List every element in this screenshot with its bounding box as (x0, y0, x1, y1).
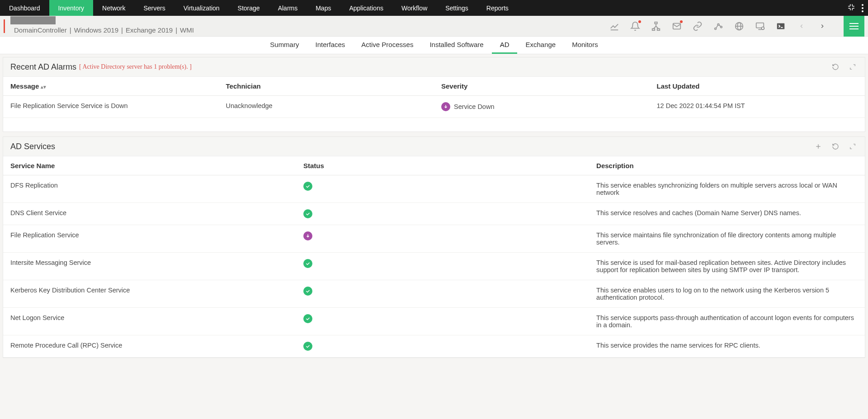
cell-description: This service resolves and caches (Domain… (589, 203, 865, 225)
monitor-disabled-icon[interactable] (755, 21, 765, 31)
status-ok-icon (303, 342, 312, 351)
top-nav: DashboardInventoryNetworkServersVirtuali… (0, 0, 868, 16)
svg-point-8 (715, 28, 717, 29)
more-menu-icon[interactable] (862, 4, 863, 12)
table-row[interactable]: File Replication Service Service is Down… (3, 96, 865, 118)
tab-installed-software[interactable]: Installed Software (421, 37, 491, 54)
status-ok-icon (303, 259, 312, 268)
add-icon[interactable] (813, 141, 823, 151)
svg-rect-3 (657, 28, 660, 30)
cell-status (296, 280, 589, 308)
panel-title: AD Services (10, 142, 55, 151)
topnav-right (847, 0, 868, 16)
col-description[interactable]: Description (589, 156, 865, 175)
table-row[interactable]: Kerberos Key Distribution Center Service… (3, 280, 865, 308)
next-arrow-icon[interactable] (817, 21, 827, 31)
cell-status (296, 225, 589, 253)
cell-description: This service enables synchronizing folde… (589, 175, 865, 203)
topology-icon[interactable] (651, 21, 661, 31)
breadcrumb-part: Exchange 2019 (126, 26, 173, 34)
context-bar: DomainController| Windows 2019| Exchange… (0, 16, 868, 37)
svg-point-10 (721, 26, 722, 28)
breadcrumb-part: WMI (180, 26, 194, 34)
sort-indicator-icon: ▴▾ (41, 84, 46, 89)
link-icon[interactable] (693, 21, 703, 31)
nav-item-servers[interactable]: Servers (134, 0, 174, 16)
tab-monitors[interactable]: Monitors (564, 37, 606, 54)
status-ok-icon (303, 314, 312, 323)
nav-item-reports[interactable]: Reports (477, 0, 518, 16)
prev-arrow-icon[interactable] (797, 21, 807, 31)
ad-services-panel: AD Services Service Name Status Descript… (3, 137, 865, 358)
recent-alarms-panel: Recent AD Alarms [ Active Directory serv… (3, 57, 865, 132)
cell-service-name: File Replication Service (3, 225, 296, 253)
status-ok-icon (303, 287, 312, 296)
graph-icon[interactable] (713, 21, 723, 31)
table-row[interactable]: Intersite Messaging ServiceThis service … (3, 253, 865, 280)
terminal-icon[interactable] (776, 21, 786, 31)
cell-message: File Replication Service Service is Down (3, 96, 219, 118)
cell-service-name: Remote Procedure Call (RPC) Service (3, 335, 296, 358)
col-status[interactable]: Status (296, 156, 589, 175)
cell-service-name: DFS Replication (3, 175, 296, 203)
tab-interfaces[interactable]: Interfaces (307, 37, 353, 54)
expand-icon[interactable] (848, 62, 858, 72)
alarm-problem-note: [ Active Directory server has 1 problem(… (79, 63, 192, 71)
cell-description: This service provides the name services … (589, 335, 865, 358)
table-row[interactable]: Remote Procedure Call (RPC) ServiceThis … (3, 335, 865, 358)
col-service-name[interactable]: Service Name (3, 156, 296, 175)
tab-active-processes[interactable]: Active Processes (353, 37, 421, 54)
cell-status (296, 253, 589, 280)
alarm-bell-icon[interactable] (630, 21, 640, 31)
nav-item-dashboard[interactable]: Dashboard (0, 0, 49, 16)
cell-service-name: Intersite Messaging Service (3, 253, 296, 280)
status-ok-icon (303, 182, 312, 191)
nav-item-storage[interactable]: Storage (229, 0, 269, 16)
cell-status (296, 175, 589, 203)
hamburger-menu[interactable] (844, 16, 864, 37)
panel-title: Recent AD Alarms (10, 62, 76, 72)
cell-description: This service supports pass-through authe… (589, 308, 865, 335)
svg-rect-1 (655, 22, 657, 24)
cell-status (296, 335, 589, 358)
nav-item-applications[interactable]: Applications (340, 0, 392, 16)
nav-item-maps[interactable]: Maps (307, 0, 340, 16)
cell-status (296, 308, 589, 335)
table-row[interactable]: Net Logon ServiceThis service supports p… (3, 308, 865, 335)
nav-item-settings[interactable]: Settings (436, 0, 477, 16)
nav-item-virtualization[interactable]: Virtualization (175, 0, 229, 16)
breadcrumb-part: Windows 2019 (74, 26, 118, 34)
tab-exchange[interactable]: Exchange (517, 37, 564, 54)
nav-item-alarms[interactable]: Alarms (269, 0, 307, 16)
cell-technician: Unacknowledge (219, 96, 434, 118)
cell-status (296, 203, 589, 225)
col-message[interactable]: Message▴▾ (3, 77, 219, 96)
globe-icon[interactable] (734, 21, 744, 31)
nav-item-inventory[interactable]: Inventory (49, 0, 94, 16)
table-row[interactable]: DNS Client ServiceThis service resolves … (3, 203, 865, 225)
status-ok-icon (303, 209, 312, 218)
device-name-redacted (10, 16, 56, 24)
col-severity[interactable]: Severity (434, 77, 650, 96)
status-stripe (4, 19, 5, 33)
mail-icon[interactable] (672, 21, 682, 31)
cell-description: This service is used for mail-based repl… (589, 253, 865, 280)
refresh-icon[interactable] (830, 62, 840, 72)
expand-icon[interactable] (848, 141, 858, 151)
cell-description: This service enables users to log on to … (589, 280, 865, 308)
tab-summary[interactable]: Summary (262, 37, 307, 54)
context-toolbar (609, 16, 864, 37)
chart-icon[interactable] (609, 21, 619, 31)
col-updated[interactable]: Last Updated (650, 77, 865, 96)
breadcrumb: DomainController| Windows 2019| Exchange… (9, 24, 199, 36)
cell-service-name: Kerberos Key Distribution Center Service (3, 280, 296, 308)
tab-ad[interactable]: AD (492, 37, 518, 54)
breadcrumb-part: DomainController (14, 26, 67, 34)
nav-item-workflow[interactable]: Workflow (392, 0, 436, 16)
refresh-icon[interactable] (830, 141, 840, 151)
table-row[interactable]: File Replication ServiceThis service mai… (3, 225, 865, 253)
table-row[interactable]: DFS ReplicationThis service enables sync… (3, 175, 865, 203)
nav-item-network[interactable]: Network (93, 0, 134, 16)
compress-icon[interactable] (847, 3, 855, 13)
col-technician[interactable]: Technician (219, 77, 434, 96)
